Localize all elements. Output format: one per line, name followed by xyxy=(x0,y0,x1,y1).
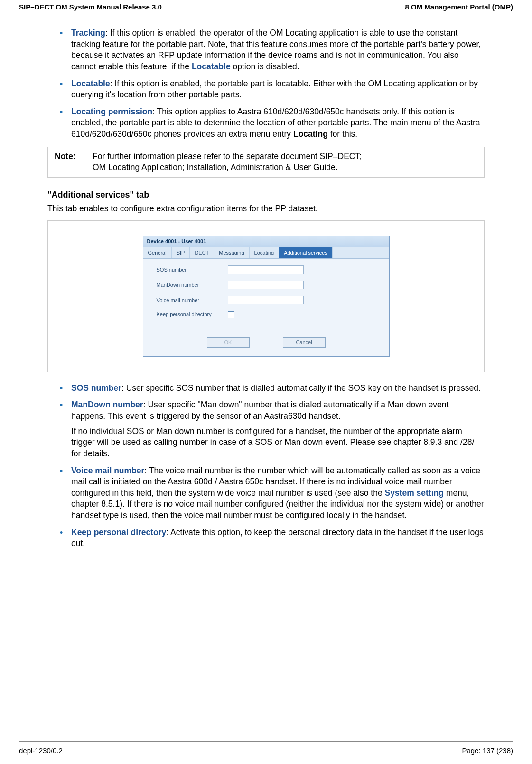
term-locating-permission: Locating permission xyxy=(71,107,152,116)
input-voicemail-number[interactable] xyxy=(228,296,304,304)
bullet-text: : If this option is enabled, the portabl… xyxy=(71,79,478,100)
note-label: Note: xyxy=(55,151,81,173)
tab-additional-services[interactable]: Additional services xyxy=(279,247,333,258)
label-sos-number: SOS number xyxy=(157,266,228,274)
page-content: Tracking: If this option is enabled, the… xyxy=(19,13,513,549)
section-intro: This tab enables to configure extra conf… xyxy=(47,203,485,215)
list-item: Keep personal directory: Activate this o… xyxy=(60,527,485,549)
field-row-sos: SOS number xyxy=(157,265,381,274)
bold-locating: Locating xyxy=(293,129,328,139)
field-row-voicemail: Voice mail number xyxy=(157,296,381,304)
top-bullet-list: Tracking: If this option is enabled, the… xyxy=(47,28,485,140)
term-voicemail-number: Voice mail number xyxy=(71,466,144,475)
footer-left: depl-1230/0.2 xyxy=(19,746,63,755)
term-tracking: Tracking xyxy=(71,28,105,38)
label-voicemail-number: Voice mail number xyxy=(157,297,228,304)
page: SIP–DECT OM System Manual Release 3.0 8 … xyxy=(0,0,532,764)
checkbox-keep-personal-directory[interactable] xyxy=(228,311,234,318)
bullet-tail: option is disabled. xyxy=(231,62,299,71)
note-line: For further information please refer to … xyxy=(93,151,362,162)
dialog-tabs: General SIP DECT Messaging Locating Addi… xyxy=(143,247,389,259)
note-line: OM Locating Application; Installation, A… xyxy=(93,162,362,173)
page-header: SIP–DECT OM System Manual Release 3.0 8 … xyxy=(19,0,513,13)
term-sos-number: SOS number xyxy=(71,383,121,393)
tab-general[interactable]: General xyxy=(143,247,172,258)
list-item: Locatable: If this option is enabled, th… xyxy=(60,78,485,101)
dialog-buttons: OK Cancel xyxy=(143,330,389,356)
term-locatable: Locatable xyxy=(71,79,110,88)
tab-sip[interactable]: SIP xyxy=(172,247,190,258)
field-row-keepdir: Keep personal directory xyxy=(157,311,381,318)
bullet-tail: for this. xyxy=(328,129,357,139)
figure-additional-services-dialog: Device 4001 - User 4001 General SIP DECT… xyxy=(47,220,485,372)
page-footer-wrap: depl-1230/0.2 Page: 137 (238) xyxy=(19,722,513,755)
bullet-text: : User specific SOS number that is diall… xyxy=(121,383,481,393)
tab-dect[interactable]: DECT xyxy=(190,247,214,258)
page-footer: depl-1230/0.2 Page: 137 (238) xyxy=(19,742,513,755)
term-keep-personal-directory: Keep personal directory xyxy=(71,528,166,537)
bullet-subtext: If no individual SOS or Man down number … xyxy=(71,426,485,460)
tab-messaging[interactable]: Messaging xyxy=(214,247,249,258)
ok-button[interactable]: OK xyxy=(207,337,250,348)
dialog-window: Device 4001 - User 4001 General SIP DECT… xyxy=(143,236,390,357)
cancel-button[interactable]: Cancel xyxy=(283,337,326,348)
tab-locating[interactable]: Locating xyxy=(250,247,280,258)
term-locatable-inline: Locatable xyxy=(192,62,231,71)
list-item: Voice mail number: The voice mail number… xyxy=(60,465,485,521)
section-heading: "Additional services" tab xyxy=(47,189,485,200)
note-body: For further information please refer to … xyxy=(93,151,362,173)
input-mandown-number[interactable] xyxy=(228,281,304,289)
list-item: Tracking: If this option is enabled, the… xyxy=(60,28,485,73)
note-box: Note: For further information please ref… xyxy=(47,147,485,178)
term-mandown-number: ManDown number xyxy=(71,400,143,409)
dialog-title: Device 4001 - User 4001 xyxy=(143,236,389,247)
label-keep-personal-directory: Keep personal directory xyxy=(157,311,228,318)
link-system-setting: System setting xyxy=(384,488,443,498)
header-left: SIP–DECT OM System Manual Release 3.0 xyxy=(19,3,162,11)
field-row-mandown: ManDown number xyxy=(157,281,381,289)
bottom-bullet-list: SOS number: User specific SOS number tha… xyxy=(47,383,485,549)
header-right: 8 OM Management Portal (OMP) xyxy=(405,3,513,11)
input-sos-number[interactable] xyxy=(228,265,304,274)
dialog-body: SOS number ManDown number Voice mail num… xyxy=(143,259,389,330)
list-item: Locating permission: This option applies… xyxy=(60,106,485,140)
list-item: ManDown number: User specific "Man down"… xyxy=(60,399,485,459)
list-item: SOS number: User specific SOS number tha… xyxy=(60,383,485,394)
label-mandown-number: ManDown number xyxy=(157,282,228,289)
footer-right: Page: 137 (238) xyxy=(462,746,513,755)
